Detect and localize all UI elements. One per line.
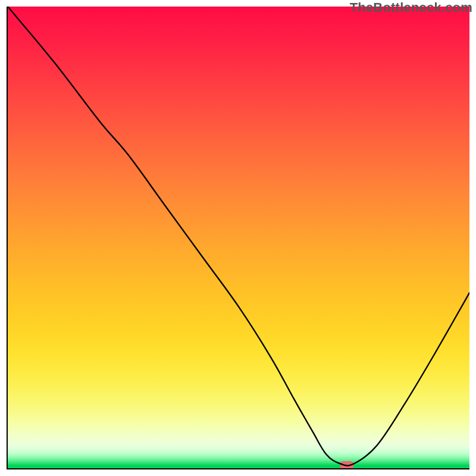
watermark-text: TheBottleneck.com [350, 0, 472, 15]
bottleneck-curve [8, 7, 469, 468]
chart-container: TheBottleneck.com [0, 0, 476, 476]
plot-area [7, 7, 469, 469]
